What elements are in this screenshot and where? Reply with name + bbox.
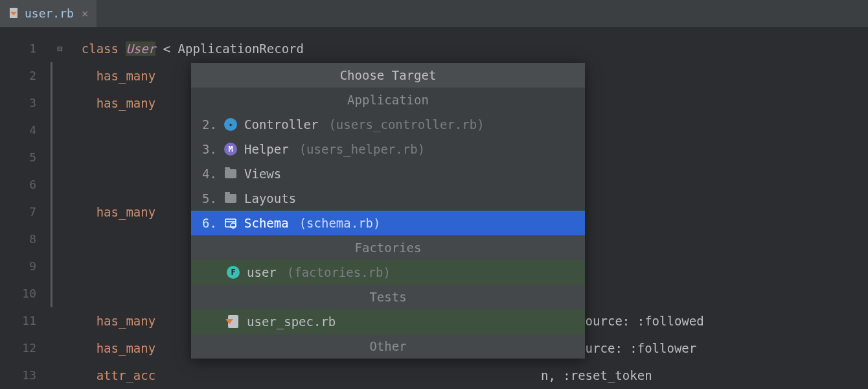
code-line[interactable]: ⊟ class User < ApplicationRecord xyxy=(52,35,868,62)
item-label: Schema xyxy=(244,216,289,230)
fold-marker xyxy=(51,117,52,144)
item-label: Views xyxy=(244,167,281,181)
popup-section-factories: Factories xyxy=(191,235,585,260)
item-number: 6. xyxy=(199,216,217,230)
popup-item-user-spec[interactable]: user_spec.rb xyxy=(191,309,585,334)
popup-section-other: Other xyxy=(191,334,585,359)
line-number[interactable]: 1 xyxy=(0,35,52,62)
fold-icon[interactable]: ⊟ xyxy=(57,35,62,62)
fold-marker xyxy=(51,144,52,171)
item-hint: (users_helper.rb) xyxy=(299,142,425,156)
popup-title: Choose Target xyxy=(191,63,585,88)
target-popup: Choose Target Application 2. ✦ Controlle… xyxy=(191,63,585,359)
schema-icon xyxy=(223,216,238,230)
line-number[interactable]: 3 xyxy=(0,89,52,117)
item-label: user_spec.rb xyxy=(247,314,336,329)
item-number: 3. xyxy=(199,142,217,156)
popup-item-schema[interactable]: 6. Schema (schema.rb) xyxy=(191,211,585,235)
fold-marker xyxy=(51,62,52,89)
line-number[interactable]: 5 xyxy=(0,144,52,171)
popup-section-tests: Tests xyxy=(191,285,585,309)
ruby-file-icon xyxy=(8,7,19,19)
ruby-file-icon xyxy=(226,314,240,329)
line-number[interactable]: 11 xyxy=(0,307,52,335)
popup-item-user-factory[interactable]: F user (factories.rb) xyxy=(191,260,585,285)
popup-item-helper[interactable]: 3. M Helper (users_helper.rb) xyxy=(191,137,585,161)
line-number[interactable]: 13 xyxy=(0,362,52,389)
item-label: Helper xyxy=(244,142,289,156)
item-hint: (users_controller.rb) xyxy=(328,117,484,132)
svg-point-3 xyxy=(231,223,236,228)
folder-icon xyxy=(223,167,238,181)
line-number[interactable]: 12 xyxy=(0,335,52,362)
popup-item-controller[interactable]: 2. ✦ Controller (users_controller.rb) xyxy=(191,112,585,137)
item-label: Layouts xyxy=(244,191,296,206)
popup-item-views[interactable]: 4. Views xyxy=(191,161,585,186)
popup-section-application: Application xyxy=(191,88,585,112)
fold-marker xyxy=(51,171,52,198)
line-number[interactable]: 6 xyxy=(0,171,52,198)
item-number: 4. xyxy=(199,167,217,181)
line-number[interactable]: 7 xyxy=(0,198,52,226)
code-line[interactable]: attr_acc n, :reset_token xyxy=(52,362,868,389)
gutter: 1 2 3 4 5 6 7 8 9 10 11 12 13 xyxy=(0,27,52,389)
tab-bar: user.rb × xyxy=(0,0,868,27)
popup-item-layouts[interactable]: 5. Layouts xyxy=(191,186,585,211)
line-number[interactable]: 9 xyxy=(0,253,52,280)
tab-label: user.rb xyxy=(25,6,74,20)
item-label: user xyxy=(247,265,277,279)
item-number: 2. xyxy=(199,117,217,132)
helper-icon: M xyxy=(223,142,238,156)
line-number[interactable]: 4 xyxy=(0,117,52,144)
file-tab[interactable]: user.rb × xyxy=(0,0,97,27)
close-icon[interactable]: × xyxy=(82,6,89,20)
controller-icon: ✦ xyxy=(223,117,238,132)
fold-marker xyxy=(51,226,52,253)
line-number[interactable]: 2 xyxy=(0,62,52,89)
fold-marker xyxy=(51,280,52,307)
item-label: Controller xyxy=(244,117,318,132)
item-hint: (factories.rb) xyxy=(287,265,391,279)
fold-marker xyxy=(51,198,52,226)
line-number[interactable]: 10 xyxy=(0,280,52,307)
item-hint: (schema.rb) xyxy=(299,216,381,230)
fold-marker xyxy=(51,253,52,280)
item-number: 5. xyxy=(199,191,217,206)
folder-icon xyxy=(223,191,238,206)
fold-marker xyxy=(51,89,52,117)
factory-icon: F xyxy=(226,265,240,279)
line-number[interactable]: 8 xyxy=(0,226,52,253)
